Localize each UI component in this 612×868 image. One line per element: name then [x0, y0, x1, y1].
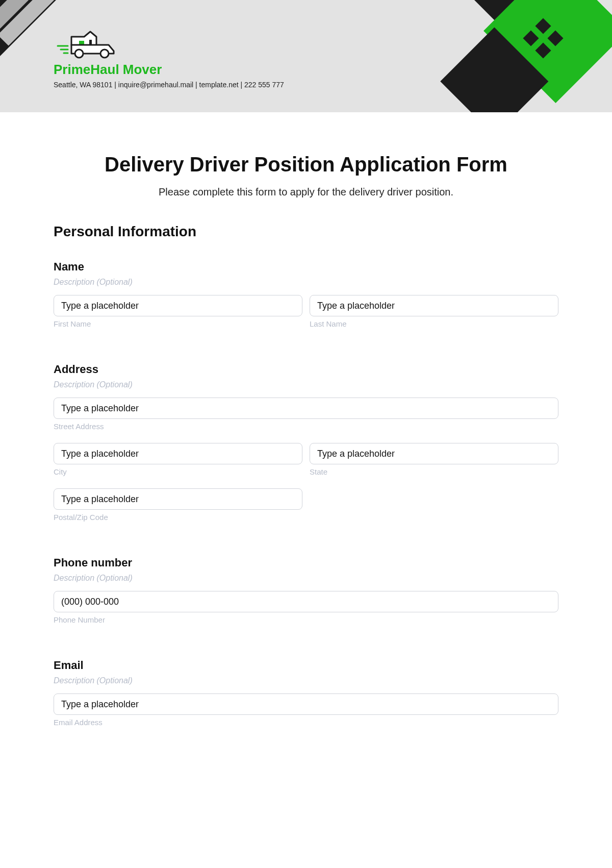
field-email: Email Description (Optional) Email Addre…: [54, 659, 558, 736]
street-address-input[interactable]: [54, 398, 558, 419]
state-input[interactable]: [310, 443, 558, 464]
sublabel-postal: Postal/Zip Code: [54, 513, 302, 522]
phone-input[interactable]: [54, 591, 558, 612]
svg-point-3: [100, 49, 109, 58]
label-address: Address: [54, 363, 558, 376]
label-name: Name: [54, 260, 558, 274]
truck-logo-icon: [54, 31, 122, 59]
geometric-decor: [379, 0, 612, 112]
field-name: Name Description (Optional) First Name L…: [54, 260, 558, 337]
sublabel-street: Street Address: [54, 422, 558, 431]
page-title: Delivery Driver Position Application For…: [54, 153, 558, 176]
company-name: PrimeHaul Mover: [54, 62, 284, 78]
section-personal-info: Personal Information: [54, 224, 558, 240]
sublabel-first-name: First Name: [54, 319, 302, 328]
desc-email: Description (Optional): [54, 676, 558, 685]
sublabel-city: City: [54, 467, 302, 476]
field-phone: Phone number Description (Optional) Phon…: [54, 556, 558, 633]
letterhead: PrimeHaul Mover Seattle, WA 98101 | inqu…: [0, 0, 612, 112]
page-subtitle: Please complete this form to apply for t…: [54, 186, 558, 198]
first-name-input[interactable]: [54, 295, 302, 316]
company-contact: Seattle, WA 98101 | inquire@primehaul.ma…: [54, 81, 284, 89]
last-name-input[interactable]: [310, 295, 558, 316]
label-phone: Phone number: [54, 556, 558, 569]
sublabel-state: State: [310, 467, 558, 476]
svg-point-2: [75, 49, 83, 58]
form-content: Delivery Driver Position Application For…: [0, 112, 612, 782]
city-input[interactable]: [54, 443, 302, 464]
label-email: Email: [54, 659, 558, 672]
postal-code-input[interactable]: [54, 488, 302, 510]
sublabel-phone: Phone Number: [54, 615, 558, 624]
desc-address: Description (Optional): [54, 380, 558, 389]
email-input[interactable]: [54, 693, 558, 715]
desc-name: Description (Optional): [54, 278, 558, 287]
diamond-icon: [525, 20, 561, 56]
sublabel-last-name: Last Name: [310, 319, 558, 328]
desc-phone: Description (Optional): [54, 574, 558, 583]
brand-block: PrimeHaul Mover Seattle, WA 98101 | inqu…: [54, 31, 284, 89]
sublabel-email: Email Address: [54, 718, 558, 727]
field-address: Address Description (Optional) Street Ad…: [54, 363, 558, 531]
